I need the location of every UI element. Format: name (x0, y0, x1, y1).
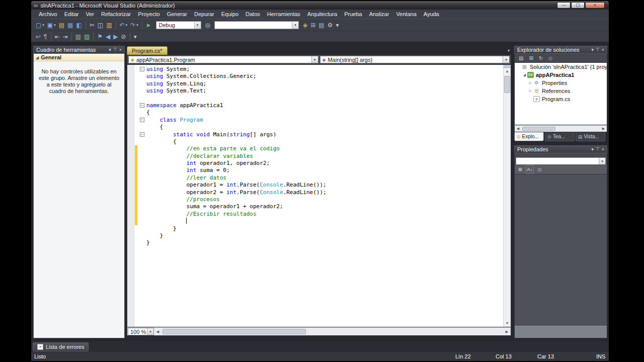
show-whitespace-icon[interactable]: ¶ (42, 32, 48, 41)
menu-item-analizar[interactable]: Analizar (366, 10, 393, 18)
solution-explorer-header[interactable]: Explorador de soluciones ▾ ⊤ × (514, 46, 607, 54)
toolbar-options-icon[interactable]: ▾ (132, 32, 138, 41)
menu-item-depurar[interactable]: Depurar (191, 10, 218, 18)
scroll-up-icon[interactable]: ▲ (504, 68, 511, 75)
categorized-icon[interactable]: ⊞ (517, 165, 524, 174)
tree-scroll-thumb[interactable] (522, 127, 555, 131)
document-list-dropdown-icon[interactable]: ▾ (508, 48, 510, 53)
chevron-down-icon[interactable]: ▾ (136, 23, 138, 27)
redo-icon[interactable]: ↷▾ (129, 21, 140, 30)
collapse-region-icon[interactable]: − (140, 132, 144, 137)
menu-item-editar[interactable]: Editar (61, 10, 83, 18)
scroll-left-icon[interactable]: ◀ (515, 127, 521, 131)
chevron-down-icon[interactable]: ▾ (311, 56, 318, 63)
save-icon[interactable]: ▦ (66, 21, 74, 30)
scroll-down-icon[interactable]: ▼ (504, 320, 511, 327)
tree-scroll-track[interactable] (521, 126, 600, 132)
panel-tab-tea[interactable]: ◎Tea... (545, 132, 575, 141)
zoom-combo[interactable]: 100 % ▾ (128, 328, 154, 335)
cut-icon[interactable]: ✂ (88, 21, 96, 30)
indent-decrease-icon[interactable]: ⇤ (53, 32, 61, 41)
scroll-left-icon[interactable]: ◀ (154, 330, 162, 334)
uncomment-icon[interactable]: ▨ (83, 32, 91, 41)
scroll-right-icon[interactable]: ▶ (503, 330, 511, 334)
menu-item-ayuda[interactable]: Ayuda (420, 10, 443, 18)
maximize-button[interactable]: ▢ (571, 2, 585, 9)
close-icon[interactable]: × (602, 46, 604, 53)
toolbar-options-icon[interactable]: ▾ (334, 21, 340, 30)
code-editor[interactable]: −using System;using System.Collections.G… (127, 64, 511, 327)
menu-item-generar[interactable]: Generar (164, 10, 191, 18)
tree-item-soluci-n-slnapractica1-1-proye[interactable]: ▦Solución 'slnAPractica1' (1 proye (515, 63, 607, 71)
show-properties-icon[interactable]: ▤ (517, 54, 525, 63)
window-position-icon[interactable]: ▾ (591, 46, 594, 53)
view-code-icon[interactable]: ◇ (547, 54, 554, 63)
collapsed-arrow-icon[interactable]: ▷ (528, 81, 533, 85)
horizontal-scroll-track[interactable] (162, 328, 503, 335)
find-combo[interactable]: ▾ (214, 21, 299, 29)
menu-item-ver[interactable]: Ver (82, 10, 98, 18)
collapse-region-icon[interactable]: − (140, 118, 144, 122)
properties-header[interactable]: Propiedades ▾ ⊤ × (514, 145, 607, 153)
vertical-scroll-thumb[interactable] (504, 76, 510, 93)
menu-item-archivo[interactable]: Archivo (35, 10, 61, 18)
collapse-region-icon[interactable]: − (140, 103, 144, 108)
panel-tab-explo[interactable]: ⊞Explo... (514, 132, 544, 141)
minimize-button[interactable]: — (557, 2, 571, 9)
toolbox-header[interactable]: Cuadro de herramientas ▾ ⊤ × (33, 46, 125, 54)
menu-item-datos[interactable]: Datos (242, 10, 264, 18)
show-all-files-icon[interactable]: ⊞ (527, 54, 534, 63)
add-new-item-icon[interactable]: ▣▾ (46, 21, 57, 30)
menu-item-equipo[interactable]: Equipo (218, 10, 242, 18)
tree-item-properties[interactable]: ▷⚙Properties (515, 79, 607, 87)
toolbox-group-general[interactable]: ◢ General (34, 54, 124, 61)
chevron-down-icon[interactable]: ▾ (194, 22, 201, 29)
toggle-bookmark-icon[interactable]: ⚑ (96, 32, 104, 41)
window-position-icon[interactable]: ▾ (591, 146, 594, 153)
copy-icon[interactable]: ◫ (96, 21, 105, 30)
close-icon[interactable]: × (119, 46, 122, 53)
properties-window-icon[interactable]: ▤ (317, 21, 326, 30)
error-list-button[interactable]: × Lista de errores (33, 342, 89, 351)
toolbox-icon[interactable]: ⚙ (326, 21, 335, 30)
collapse-region-icon[interactable]: − (140, 67, 144, 71)
debug-configuration-combo[interactable]: Debug ▾ (156, 21, 201, 29)
tree-item-program-cs[interactable]: #Program.cs (515, 95, 607, 103)
pin-icon[interactable]: ⊤ (596, 146, 600, 153)
window-position-icon[interactable]: ▾ (109, 46, 111, 53)
menu-item-herramientas[interactable]: Herramientas (264, 10, 304, 18)
undo-icon[interactable]: ↶▾ (118, 21, 129, 30)
start-debugging-icon[interactable]: ► (144, 21, 153, 30)
paste-icon[interactable]: ▥ (105, 21, 113, 30)
clear-bookmarks-icon[interactable]: ⊘ (120, 32, 128, 41)
comment-icon[interactable]: ▧ (74, 32, 83, 41)
close-icon[interactable]: × (602, 146, 604, 153)
menu-item-proyecto[interactable]: Proyecto (134, 10, 163, 18)
close-button[interactable]: × (585, 2, 605, 9)
menu-item-prueba[interactable]: Prueba (341, 10, 365, 18)
find-in-files-icon[interactable]: ◈ (301, 21, 309, 30)
member-combo[interactable]: ◆ Main(string[] args) ▾ (320, 56, 510, 63)
expanded-arrow-icon[interactable]: ◢ (522, 73, 527, 77)
editor-horizontal-scrollbar[interactable]: 100 % ▾ ◀ ▶ (127, 327, 511, 336)
open-file-icon[interactable]: ▤ (57, 21, 66, 30)
document-tab-program-cs[interactable]: Program.cs* (127, 46, 168, 55)
chevron-down-icon[interactable]: ▾ (292, 22, 298, 29)
pin-icon[interactable]: ⊤ (596, 46, 600, 53)
save-all-icon[interactable]: ◧ (74, 21, 83, 30)
scroll-right-icon[interactable]: ▶ (600, 127, 607, 131)
find-icon[interactable]: ◎ (204, 21, 212, 30)
chevron-down-icon[interactable]: ▾ (147, 328, 153, 335)
tree-horizontal-scrollbar[interactable]: ◀ ▶ (514, 125, 607, 132)
word-wrap-icon[interactable]: ↩ (34, 32, 42, 41)
chevron-down-icon[interactable]: ▾ (54, 23, 56, 27)
editor-vertical-scrollbar[interactable]: ▲ ▼ (503, 65, 511, 327)
chevron-down-icon[interactable]: ▾ (42, 23, 44, 27)
chevron-down-icon[interactable]: ▾ (503, 56, 509, 63)
new-project-icon[interactable]: ▢▾ (34, 21, 46, 30)
next-bookmark-icon[interactable]: ▶ (112, 32, 119, 41)
chevron-down-icon[interactable]: ▾ (126, 23, 128, 27)
menu-item-refactorizar[interactable]: Refactorizar (98, 10, 134, 18)
menu-item-arquitectura[interactable]: Arquitectura (304, 10, 341, 18)
tree-item-appapractica1[interactable]: ◢C#appAPractica1 (515, 71, 607, 79)
